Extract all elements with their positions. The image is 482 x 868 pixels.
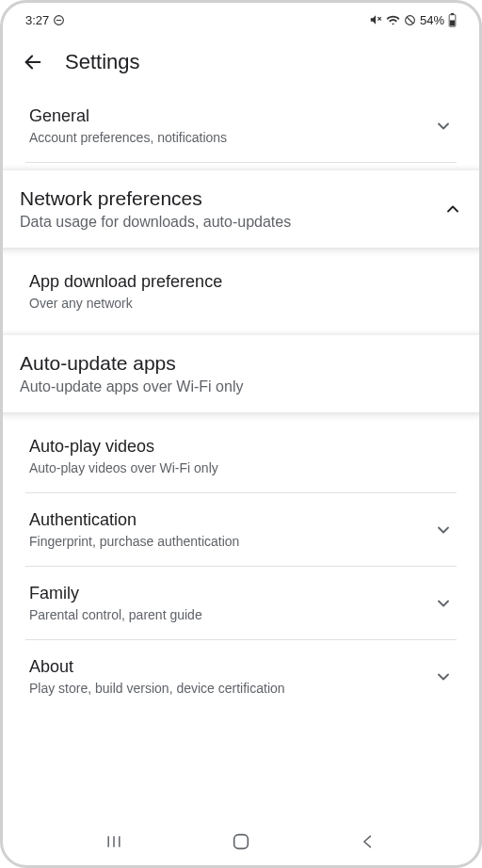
status-time: 3:27 [25, 13, 49, 27]
dnd-icon [53, 14, 65, 26]
general-subtitle: Account preferences, notifications [29, 130, 423, 145]
page-title: Settings [65, 50, 140, 74]
svg-rect-7 [451, 13, 454, 15]
auto-update-subtitle: Auto-update apps over Wi-Fi only [20, 378, 462, 395]
settings-list: General Account preferences, notificatio… [3, 84, 479, 713]
family-subtitle: Parental control, parent guide [29, 607, 423, 622]
battery-icon [448, 13, 457, 27]
navigation-bar [3, 818, 479, 865]
mute-icon [369, 13, 382, 26]
chevron-down-icon [434, 594, 453, 613]
phone-frame: 3:27 54% Settings [0, 0, 482, 868]
section-auto-update-apps[interactable]: Auto-update apps Auto-update apps over W… [0, 335, 482, 412]
status-left: 3:27 [25, 13, 65, 27]
section-app-download-preference[interactable]: App download preference Over any network [3, 255, 479, 328]
section-network-preferences[interactable]: Network preferences Data usage for downl… [0, 170, 482, 248]
about-subtitle: Play store, build version, device certif… [29, 681, 423, 696]
back-button[interactable] [22, 51, 44, 73]
auth-subtitle: Fingerprint, purchase authentication [29, 534, 423, 549]
status-right: 54% [369, 13, 457, 27]
auto-play-subtitle: Auto-play videos over Wi-Fi only [29, 460, 453, 475]
battery-percent: 54% [420, 13, 444, 27]
chevron-down-icon [434, 117, 453, 136]
section-about[interactable]: About Play store, build version, device … [3, 640, 479, 713]
chevron-down-icon [434, 521, 453, 539]
svg-line-5 [407, 17, 413, 24]
wifi-icon [386, 13, 400, 27]
no-data-icon [404, 14, 416, 26]
about-title: About [29, 657, 423, 677]
general-title: General [29, 106, 423, 126]
nav-home-button[interactable] [229, 829, 253, 854]
chevron-up-icon [443, 200, 462, 218]
section-auto-play-videos[interactable]: Auto-play videos Auto-play videos over W… [3, 420, 479, 492]
svg-rect-8 [450, 20, 455, 25]
header: Settings [3, 33, 479, 84]
section-authentication[interactable]: Authentication Fingerprint, purchase aut… [3, 493, 479, 566]
section-general[interactable]: General Account preferences, notificatio… [3, 84, 479, 162]
family-title: Family [29, 584, 423, 603]
app-download-subtitle: Over any network [29, 296, 453, 311]
network-subtitle: Data usage for downloads, auto-updates [20, 214, 432, 231]
auto-update-title: Auto-update apps [20, 352, 462, 375]
nav-recent-button[interactable] [102, 829, 126, 854]
app-download-title: App download preference [29, 272, 453, 292]
network-title: Network preferences [20, 187, 432, 210]
nav-back-button[interactable] [356, 829, 380, 854]
auth-title: Authentication [29, 510, 423, 530]
status-bar: 3:27 54% [3, 3, 479, 33]
section-family[interactable]: Family Parental control, parent guide [3, 567, 479, 639]
auto-play-title: Auto-play videos [29, 437, 453, 457]
svg-rect-13 [234, 835, 249, 849]
chevron-down-icon [434, 667, 453, 686]
